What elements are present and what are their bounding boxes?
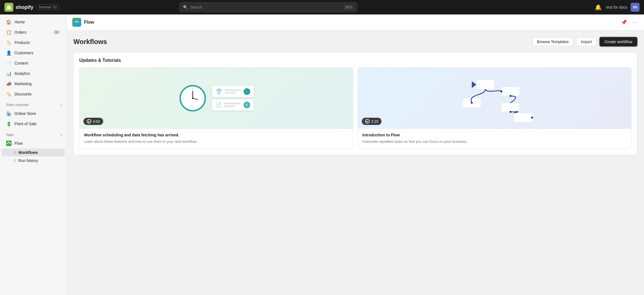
sidebar-label-customers: Customers <box>14 51 33 55</box>
sidebar-item-orders[interactable]: 📋 Orders 10 <box>2 27 65 37</box>
workflows-title: Workflows <box>73 38 107 46</box>
products-icon: 🏷️ <box>6 40 12 45</box>
tutorial-desc-scheduling: Learn about these features and how to us… <box>84 139 348 144</box>
marketing-icon: 📣 <box>6 81 12 87</box>
pin-button[interactable]: 📌 <box>619 18 629 26</box>
mini-card-shirt: 👕 ↓ <box>212 86 254 97</box>
sidebar-label-point-of-sale: Point of Sale <box>14 122 36 126</box>
sidebar-item-marketing[interactable]: 📣 Marketing <box>2 79 65 89</box>
discounts-icon: 🏷️ <box>6 91 12 97</box>
duration-intro: 2:25 <box>371 119 378 124</box>
sidebar-item-analytics[interactable]: 📊 Analytics <box>2 68 65 78</box>
more-options-button[interactable]: ··· <box>631 18 638 26</box>
mini-card-line-short <box>225 92 236 94</box>
svg-rect-22 <box>501 103 519 112</box>
online-store-icon: 🏪 <box>6 111 12 116</box>
sidebar-subitem-run-history[interactable]: Run history <box>2 157 65 164</box>
workflows-dot-icon <box>14 151 16 154</box>
browse-templates-button[interactable]: Browse Templates <box>532 37 573 46</box>
customers-icon: 👤 <box>6 50 12 56</box>
shopify-wordmark: shopify <box>16 4 33 10</box>
search-icon: 🔍 <box>183 5 188 9</box>
svg-line-5 <box>9 142 10 143</box>
search-input[interactable] <box>190 5 342 9</box>
tutorial-heading-scheduling: Workflow scheduling and data fetching ha… <box>84 133 348 137</box>
play-icon-intro: ▶ <box>365 119 370 124</box>
sidebar-subitem-workflows[interactable]: Workflows <box>2 149 65 156</box>
apps-section: Apps › <box>0 129 66 138</box>
sidebar-label-online-store: Online Store <box>14 111 36 116</box>
content-icon: 📄 <box>6 60 12 66</box>
sidebar-item-content[interactable]: 📄 Content <box>2 58 65 68</box>
svg-point-27 <box>510 95 512 97</box>
tutorial-cards-grid: 👕 ↓ 📄 <box>79 67 631 149</box>
sales-channels-section: Sales channels › <box>0 99 66 108</box>
run-history-dot-icon <box>14 159 16 162</box>
tutorial-card-scheduling: 👕 ↓ 📄 <box>79 67 353 149</box>
sidebar-item-home[interactable]: 🏠 Home <box>2 17 65 27</box>
tutorial-desc-intro: Automate repetitive tasks so that you ca… <box>362 139 627 144</box>
tutorial-thumbnail-scheduling[interactable]: 👕 ↓ 📄 <box>80 68 353 129</box>
play-badge-intro[interactable]: ▶ 2:25 <box>362 118 382 125</box>
logo: shopify Summer '23 <box>4 3 60 12</box>
sidebar-item-flow[interactable]: Flow <box>2 138 65 148</box>
orders-icon: 📋 <box>6 30 12 35</box>
apps-label: Apps <box>6 133 14 137</box>
tutorial-card-intro: ▶ 2:25 Introduction to Flow Automate rep… <box>358 67 631 149</box>
sales-channels-label: Sales channels <box>6 103 29 107</box>
create-workflow-button[interactable]: Create workflow <box>600 37 637 46</box>
svg-line-10 <box>77 21 78 22</box>
svg-line-4 <box>8 142 8 143</box>
topbar: shopify Summer '23 🔍 ⌘ K 🔔 test for docs… <box>0 0 644 14</box>
svg-marker-24 <box>472 81 476 88</box>
sidebar-item-point-of-sale[interactable]: 💲 Point of Sale <box>2 119 65 129</box>
sidebar-item-online-store[interactable]: 🏪 Online Store <box>2 109 65 119</box>
search-shortcut: ⌘ K <box>344 5 354 9</box>
sidebar-label-marketing: Marketing <box>14 82 31 86</box>
sidebar-label-analytics: Analytics <box>14 71 30 76</box>
sidebar-item-discounts[interactable]: 🏷️ Discounts <box>2 89 65 99</box>
play-badge-scheduling[interactable]: ▶ 4:50 <box>83 118 103 125</box>
sidebar-item-products[interactable]: 🏷️ Products <box>2 38 65 48</box>
apps-chevron-icon[interactable]: › <box>61 132 62 137</box>
mini-card-line-short-2 <box>224 105 235 107</box>
svg-line-9 <box>76 21 76 22</box>
sales-channels-chevron-icon[interactable]: › <box>61 103 62 107</box>
point-of-sale-icon: 💲 <box>6 121 12 127</box>
refresh-icon-circle: ↻ <box>244 102 250 108</box>
workflows-actions: Browse Templates Import Create workflow <box>532 37 637 46</box>
sidebar-item-customers[interactable]: 👤 Customers <box>2 48 65 58</box>
sidebar: 🏠 Home 📋 Orders 10 🏷️ Products 👤 Custome… <box>0 14 67 295</box>
tutorial-thumbnail-intro[interactable]: ▶ 2:25 <box>358 68 631 129</box>
page-header-title: Flow <box>84 20 94 25</box>
avatar[interactable]: tfd <box>631 3 640 12</box>
sidebar-label-orders: Orders <box>14 30 26 35</box>
svg-point-28 <box>510 111 512 113</box>
flow-app-header-icon <box>72 18 81 27</box>
mini-card-lines <box>225 89 241 94</box>
layout: 🏠 Home 📋 Orders 10 🏷️ Products 👤 Custome… <box>0 14 644 295</box>
mini-card-line-2 <box>224 103 241 104</box>
svg-rect-20 <box>501 87 519 96</box>
shopify-bag-icon <box>4 3 13 12</box>
analytics-icon: 📊 <box>6 71 12 76</box>
download-icon-circle: ↓ <box>244 88 250 95</box>
notifications-button[interactable]: 🔔 <box>594 3 603 12</box>
svg-point-26 <box>471 102 473 104</box>
tutorial-body-scheduling: Workflow scheduling and data fetching ha… <box>80 129 353 149</box>
tutorials-section: Updates & Tutorials <box>73 52 637 155</box>
tutorial-heading-intro: Introduction to Flow <box>362 133 627 137</box>
svg-point-29 <box>531 117 533 119</box>
sidebar-label-run-history: Run history <box>18 158 38 163</box>
flow-diagram-svg <box>358 68 631 129</box>
import-button[interactable]: Import <box>576 37 597 46</box>
topbar-right: 🔔 test for docs tfd <box>594 3 640 12</box>
clock-svg <box>179 84 207 112</box>
sidebar-label-products: Products <box>14 40 30 45</box>
workflows-title-row: Workflows Browse Templates Import Create… <box>73 37 637 46</box>
search-bar[interactable]: 🔍 ⌘ K <box>179 2 357 12</box>
svg-point-25 <box>501 90 502 92</box>
clock-illustration: 👕 ↓ 📄 <box>80 68 353 129</box>
sidebar-label-home: Home <box>14 20 25 24</box>
sidebar-label-workflows: Workflows <box>18 150 38 155</box>
